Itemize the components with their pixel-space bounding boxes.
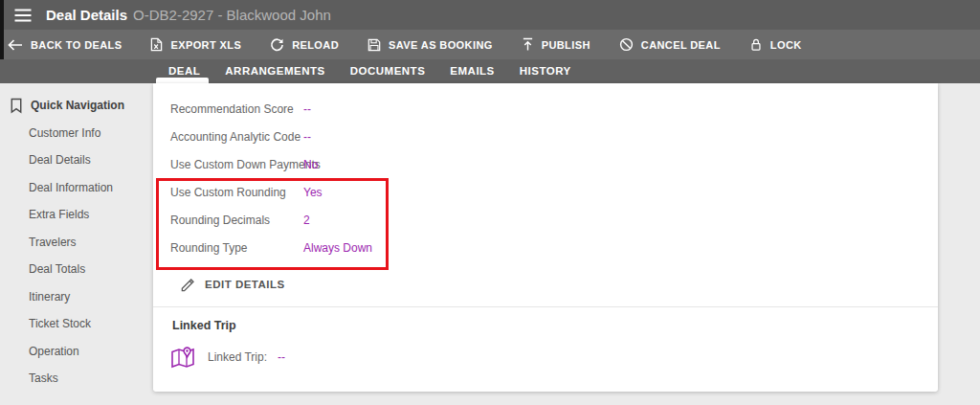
quick-navigation-sidebar: Quick Navigation Customer Info Deal Deta… bbox=[0, 92, 153, 393]
sidebar-item-itinerary[interactable]: Itinerary bbox=[0, 283, 153, 311]
quick-navigation-heading: Quick Navigation bbox=[0, 92, 153, 120]
sidebar-item-customer-info[interactable]: Customer Info bbox=[0, 120, 153, 147]
sidebar-item-deal-details[interactable]: Deal Details bbox=[0, 146, 153, 174]
cancel-icon bbox=[619, 37, 634, 52]
tab-documents[interactable]: DOCUMENTS bbox=[338, 59, 438, 83]
lock-icon bbox=[749, 37, 763, 52]
lock-button[interactable]: LOCK bbox=[749, 37, 802, 52]
map-pin-icon bbox=[170, 345, 195, 371]
linked-trip-heading: Linked Trip bbox=[172, 319, 236, 332]
back-to-deals-label: BACK TO DEALS bbox=[31, 39, 122, 51]
save-icon bbox=[368, 38, 381, 52]
field-row-rounding-type: Rounding Type Always Down bbox=[170, 234, 372, 261]
tab-history[interactable]: HISTORY bbox=[507, 59, 584, 83]
cancel-deal-label: CANCEL DEAL bbox=[641, 39, 721, 51]
tabbar: DEAL ARRANGEMENTS DOCUMENTS EMAILS HISTO… bbox=[0, 59, 980, 83]
field-row-rounding-decimals: Rounding Decimals 2 bbox=[170, 206, 372, 234]
tab-emails[interactable]: EMAILS bbox=[437, 59, 506, 83]
reload-label: RELOAD bbox=[292, 39, 339, 51]
sidebar-item-ticket-stock[interactable]: Ticket Stock bbox=[0, 310, 153, 338]
export-xls-label: EXPORT XLS bbox=[170, 39, 241, 51]
back-arrow-icon bbox=[8, 39, 23, 51]
tab-arrangements[interactable]: ARRANGEMENTS bbox=[212, 59, 337, 83]
linked-trip-row: Linked Trip: -- bbox=[170, 342, 285, 372]
reload-button[interactable]: RELOAD bbox=[270, 37, 339, 52]
section-divider bbox=[153, 306, 938, 307]
left-edge-strip bbox=[0, 0, 4, 59]
publish-button[interactable]: PUBLISH bbox=[522, 37, 590, 52]
publish-icon bbox=[522, 37, 534, 52]
field-row-use-custom-down-payments: Use Custom Down Payments No bbox=[170, 150, 372, 178]
pencil-icon bbox=[180, 277, 196, 293]
menu-button[interactable] bbox=[14, 9, 32, 22]
edit-details-label: EDIT DETAILS bbox=[205, 279, 285, 290]
sidebar-item-tasks[interactable]: Tasks bbox=[0, 365, 153, 393]
hamburger-icon bbox=[14, 9, 32, 22]
sidebar-item-deal-information[interactable]: Deal Information bbox=[0, 174, 153, 202]
linked-trip-label: Linked Trip: bbox=[208, 350, 278, 364]
lock-label: LOCK bbox=[770, 39, 802, 51]
publish-label: PUBLISH bbox=[542, 39, 590, 51]
cancel-deal-button[interactable]: CANCEL DEAL bbox=[619, 37, 721, 52]
edit-details-button[interactable]: EDIT DETAILS bbox=[180, 275, 285, 294]
action-toolbar: BACK TO DEALS EXPORT XLS RELOAD SAVE AS … bbox=[0, 30, 980, 59]
titlebar: Deal Details O-DB2-2927 - Blackwood John bbox=[0, 0, 980, 30]
linked-trip-value: -- bbox=[278, 350, 285, 364]
back-to-deals-button[interactable]: BACK TO DEALS bbox=[8, 39, 122, 51]
export-xls-icon bbox=[150, 37, 163, 52]
field-row-use-custom-rounding: Use Custom Rounding Yes bbox=[170, 178, 372, 206]
deal-fields: Recommendation Score -- Accounting Analy… bbox=[170, 95, 372, 261]
deal-details-card: Recommendation Score -- Accounting Analy… bbox=[153, 83, 938, 392]
page-title: Deal Details bbox=[46, 7, 127, 23]
save-as-booking-label: SAVE AS BOOKING bbox=[389, 39, 493, 51]
export-xls-button[interactable]: EXPORT XLS bbox=[150, 37, 241, 52]
bookmark-icon bbox=[9, 98, 24, 114]
save-as-booking-button[interactable]: SAVE AS BOOKING bbox=[368, 38, 493, 52]
page-subtitle: O-DB2-2927 - Blackwood John bbox=[133, 7, 331, 23]
sidebar-item-deal-totals[interactable]: Deal Totals bbox=[0, 256, 153, 283]
sidebar-item-travelers[interactable]: Travelers bbox=[0, 229, 153, 257]
sidebar-item-operation[interactable]: Operation bbox=[0, 338, 153, 366]
reload-icon bbox=[270, 37, 284, 52]
sidebar-item-extra-fields[interactable]: Extra Fields bbox=[0, 201, 153, 229]
field-row-accounting-analytic-code: Accounting Analytic Code -- bbox=[170, 123, 372, 150]
field-row-recommendation-score: Recommendation Score -- bbox=[170, 95, 372, 123]
